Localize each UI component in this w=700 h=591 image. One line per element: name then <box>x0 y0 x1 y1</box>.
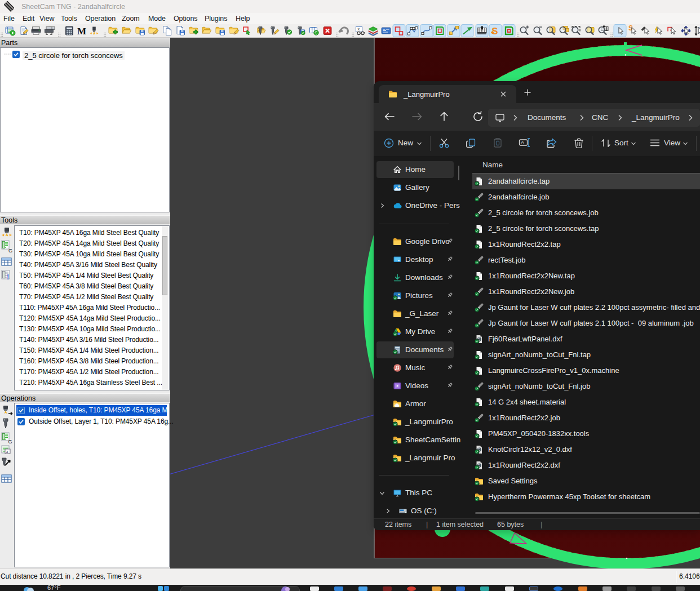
svg-text:M: M <box>77 26 86 37</box>
svg-text:!: ! <box>7 273 9 281</box>
svg-text:G: G <box>8 248 12 254</box>
svg-text:A: A <box>521 140 524 145</box>
svg-text:G: G <box>8 439 12 445</box>
svg-text:x: x <box>358 27 360 31</box>
svg-text:x: x <box>6 449 8 454</box>
